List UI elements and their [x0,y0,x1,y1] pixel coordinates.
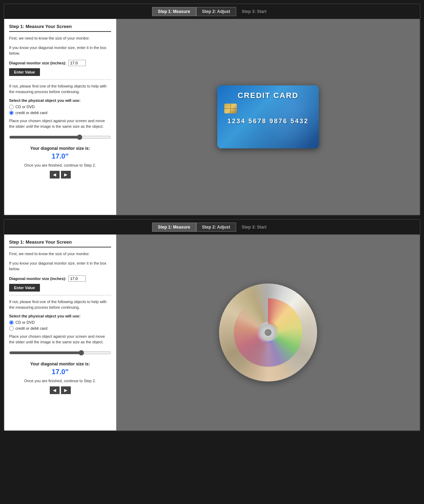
bottom-radio-card[interactable]: credit or debit card [9,326,111,331]
bottom-step3-btn: Step 3: Start [236,223,272,231]
bottom-enter-btn[interactable]: Enter Value [9,284,40,292]
bottom-slider-container [9,350,111,357]
bottom-diag-form: Diagonal monitor size (inches): [9,275,111,282]
top-prev-btn[interactable]: ◀ [50,171,60,178]
bottom-step-nav: Step 1: Measure Step 2: Adjust Step 3: S… [4,220,420,234]
top-step3-btn: Step 3: Start [236,7,272,16]
top-panel-title: Step 1: Measure Your Screen [9,24,111,32]
top-step-nav: Step 1: Measure Step 2: Adjust Step 3: S… [4,4,420,19]
bottom-cd-label: CD or DVD [15,320,35,324]
top-right-panel: CREDIT CARD 1234 5678 9876 5432 [116,19,420,215]
top-size-value: 17.0" [9,152,111,160]
top-step1-btn[interactable]: Step 1: Measure [152,7,196,16]
bottom-slide-instruction: Place your chosen object against your sc… [9,334,111,345]
bottom-size-label: Your diagonal monitor size is: [9,362,111,366]
bottom-prev-btn[interactable]: ◀ [50,386,60,394]
disc-container [219,284,317,382]
top-cd-radio[interactable] [9,105,14,109]
cd-disc [219,284,317,382]
app-wrapper: Step 1: Measure Step 2: Adjust Step 3: S… [0,0,424,435]
bottom-step2-btn[interactable]: Step 2: Adjust [196,223,236,232]
bottom-card-radio[interactable] [9,326,14,331]
bottom-diag-input[interactable] [68,275,86,282]
top-left-panel: Step 1: Measure Your Screen First, we ne… [4,19,116,215]
top-slider-container [9,134,111,141]
top-cd-label: CD or DVD [15,105,35,109]
bottom-screen-panel: Step 1: Measure Step 2: Adjust Step 3: S… [4,219,420,431]
bottom-next-btn[interactable]: ▶ [61,386,71,394]
top-radio-cd[interactable]: CD or DVD [9,105,111,109]
top-alt-text: If not, please find one of the following… [9,83,111,95]
top-divider [9,79,111,80]
top-diag-input[interactable] [68,60,86,66]
bottom-intro2: If you know your diagonal monitor size, … [9,260,111,272]
bottom-intro1: First, we need to know the size of your … [9,251,111,257]
top-intro2: If you know your diagonal monitor size, … [9,45,111,56]
top-card-label: credit or debit card [15,111,47,115]
top-card-radio[interactable] [9,111,14,115]
credit-card: CREDIT CARD 1234 5678 9876 5432 [217,85,319,148]
bottom-nav-arrows: ◀ ▶ [9,386,111,394]
top-slider[interactable] [9,134,111,140]
bottom-continue-text: Once you are finished, continue to Step … [9,379,111,383]
top-main-content: Step 1: Measure Your Screen First, we ne… [4,19,420,215]
bottom-divider [9,295,111,295]
top-nav-arrows: ◀ ▶ [9,171,111,178]
bottom-right-panel [116,234,420,430]
card-chip [224,104,237,113]
bottom-main-content: Step 1: Measure Your Screen First, we ne… [4,234,420,430]
top-intro1: First, we need to know the size of your … [9,35,111,41]
bottom-select-label: Select the physical object you will use: [9,314,111,318]
disc-rainbow [234,298,302,367]
bottom-alt-text: If not, please find one of the following… [9,299,111,310]
card-number: 1234 5678 9876 5432 [224,118,312,125]
top-diag-label: Diagonal monitor size (inches): [9,61,66,65]
bottom-radio-cd[interactable]: CD or DVD [9,320,111,325]
card-title: CREDIT CARD [224,91,312,100]
bottom-step1-btn[interactable]: Step 1: Measure [152,223,196,232]
top-next-btn[interactable]: ▶ [61,171,71,178]
top-size-label: Your diagonal monitor size is: [9,146,111,151]
bottom-left-panel: Step 1: Measure Your Screen First, we ne… [4,234,116,430]
top-enter-btn[interactable]: Enter Value [9,68,40,76]
top-radio-card[interactable]: credit or debit card [9,111,111,115]
top-slide-instruction: Place your chosen object against your sc… [9,118,111,130]
bottom-card-label: credit or debit card [15,326,47,330]
bottom-size-value: 17.0" [9,368,111,376]
bottom-diag-label: Diagonal monitor size (inches): [9,276,66,281]
bottom-panel-title: Step 1: Measure Your Screen [9,239,111,247]
top-diag-form: Diagonal monitor size (inches): [9,60,111,66]
bottom-slider[interactable] [9,350,111,356]
top-screen-panel: Step 1: Measure Step 2: Adjust Step 3: S… [4,4,420,216]
top-select-label: Select the physical object you will use: [9,98,111,103]
bottom-cd-radio[interactable] [9,320,14,325]
top-continue-text: Once you are finished, continue to Step … [9,163,111,167]
top-step2-btn[interactable]: Step 2: Adjust [196,7,236,16]
